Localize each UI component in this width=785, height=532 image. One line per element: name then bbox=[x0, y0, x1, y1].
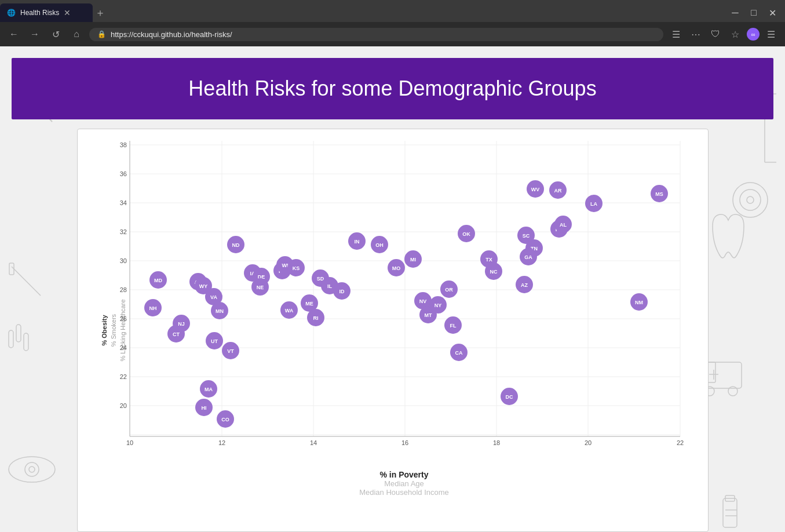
svg-text:IN: IN bbox=[354, 239, 359, 245]
navigation-bar: ← → ↺ ⌂ 🔒 https://cckuqui.github.io/heal… bbox=[0, 22, 785, 46]
svg-text:SC: SC bbox=[522, 233, 530, 239]
svg-text:MN: MN bbox=[216, 308, 224, 314]
svg-text:20: 20 bbox=[119, 402, 126, 409]
svg-text:AZ: AZ bbox=[521, 282, 528, 288]
svg-text:MO: MO bbox=[392, 265, 400, 271]
profile-avatar[interactable]: ∞ bbox=[747, 28, 760, 41]
page-content: Health Risks for some Demographic Groups… bbox=[0, 46, 785, 532]
svg-text:AR: AR bbox=[554, 188, 561, 194]
svg-text:32: 32 bbox=[119, 228, 126, 235]
x-axis-label-income: Median Household Income bbox=[112, 488, 696, 497]
svg-text:UT: UT bbox=[211, 338, 218, 344]
svg-text:WA: WA bbox=[284, 308, 293, 314]
svg-text:NM: NM bbox=[635, 300, 643, 305]
tab-favicon: 🌐 bbox=[7, 9, 16, 17]
address-bar[interactable]: 🔒 https://cckuqui.github.io/health-risks… bbox=[89, 28, 663, 41]
page-title: Health Risks for some Demographic Groups bbox=[23, 76, 762, 101]
svg-text:20: 20 bbox=[584, 439, 591, 446]
svg-text:NJ: NJ bbox=[178, 321, 185, 327]
scatter-chart-svg: 38 36 34 32 30 28 26 24 22 20 10 12 14 1… bbox=[112, 141, 698, 465]
svg-text:24: 24 bbox=[119, 344, 126, 351]
maximize-button[interactable]: □ bbox=[746, 8, 762, 19]
star-icon[interactable]: ☆ bbox=[727, 29, 743, 40]
svg-text:MI: MI bbox=[410, 257, 416, 263]
svg-text:IL: IL bbox=[327, 283, 333, 289]
svg-text:30: 30 bbox=[119, 257, 126, 264]
window-controls: ─ □ ✕ bbox=[727, 8, 785, 19]
svg-text:TX: TX bbox=[485, 257, 492, 263]
nav-right-controls: ☰ ⋯ 🛡 ☆ ∞ ☰ bbox=[668, 28, 779, 41]
chart-container: % Obesity % Smokers % Lacking Healthcare bbox=[77, 129, 709, 532]
page: Health Risks for some Demographic Groups… bbox=[0, 46, 785, 532]
svg-text:DC: DC bbox=[505, 394, 513, 400]
url-display: https://cckuqui.github.io/health-risks/ bbox=[111, 30, 232, 39]
svg-text:GA: GA bbox=[524, 254, 532, 260]
svg-text:NY: NY bbox=[434, 303, 441, 308]
shield-icon[interactable]: 🛡 bbox=[707, 29, 724, 39]
svg-text:NC: NC bbox=[490, 269, 497, 275]
svg-text:MT: MT bbox=[424, 312, 432, 318]
forward-button[interactable]: → bbox=[27, 29, 43, 39]
tab-close-button[interactable]: ✕ bbox=[64, 8, 71, 17]
back-button[interactable]: ← bbox=[6, 29, 22, 39]
x-axis-label-age: Median Age bbox=[112, 479, 696, 488]
svg-text:34: 34 bbox=[119, 199, 126, 206]
svg-text:CO: CO bbox=[221, 417, 229, 422]
svg-text:OK: OK bbox=[462, 231, 470, 237]
svg-text:RI: RI bbox=[313, 315, 318, 321]
header-banner: Health Risks for some Demographic Groups bbox=[12, 58, 773, 119]
tab-bar: 🌐 Health Risks ✕ ＋ ─ □ ✕ bbox=[0, 0, 785, 22]
svg-text:14: 14 bbox=[309, 439, 316, 446]
svg-text:22: 22 bbox=[119, 373, 126, 380]
active-tab[interactable]: 🌐 Health Risks ✕ bbox=[0, 3, 93, 22]
svg-text:26: 26 bbox=[119, 315, 126, 322]
svg-text:ND: ND bbox=[232, 242, 239, 248]
svg-text:VT: VT bbox=[227, 348, 234, 354]
svg-text:36: 36 bbox=[119, 170, 126, 177]
svg-text:ID: ID bbox=[339, 289, 345, 294]
close-window-button[interactable]: ✕ bbox=[764, 8, 780, 19]
svg-text:16: 16 bbox=[401, 439, 408, 446]
svg-text:38: 38 bbox=[119, 141, 126, 148]
svg-text:28: 28 bbox=[119, 286, 126, 293]
menu-icon[interactable]: ☰ bbox=[763, 29, 779, 40]
x-axis-title-group: % in Poverty Median Age Median Household… bbox=[112, 470, 696, 497]
svg-text:WV: WV bbox=[531, 187, 539, 192]
svg-text:WY: WY bbox=[199, 283, 207, 289]
svg-text:MA: MA bbox=[205, 387, 213, 392]
svg-text:OR: OR bbox=[445, 287, 453, 293]
lock-icon: 🔒 bbox=[97, 30, 106, 38]
svg-text:VA: VA bbox=[210, 294, 217, 300]
home-button[interactable]: ⌂ bbox=[68, 29, 85, 39]
browser-chrome: 🌐 Health Risks ✕ ＋ ─ □ ✕ ← → ↺ ⌂ 🔒 https… bbox=[0, 0, 785, 46]
svg-text:CA: CA bbox=[455, 350, 462, 356]
chart-area: 38 36 34 32 30 28 26 24 22 20 10 12 14 1… bbox=[112, 141, 696, 497]
tab-title: Health Risks bbox=[20, 9, 59, 17]
svg-text:HI: HI bbox=[201, 405, 206, 411]
svg-text:12: 12 bbox=[218, 439, 225, 446]
svg-text:LA: LA bbox=[590, 201, 597, 207]
minimize-button[interactable]: ─ bbox=[727, 8, 743, 19]
svg-text:10: 10 bbox=[126, 439, 133, 446]
refresh-button[interactable]: ↺ bbox=[48, 29, 64, 40]
svg-text:MS: MS bbox=[655, 191, 663, 197]
y-axis-label-obesity: % Obesity bbox=[100, 315, 107, 345]
svg-text:WI: WI bbox=[282, 263, 288, 268]
x-axis-label-poverty: % in Poverty bbox=[112, 470, 696, 479]
svg-text:NH: NH bbox=[149, 305, 156, 311]
svg-text:AL: AL bbox=[560, 222, 567, 228]
extensions-icon[interactable]: ⋯ bbox=[688, 29, 704, 40]
svg-text:18: 18 bbox=[492, 439, 499, 446]
svg-text:CT: CT bbox=[173, 331, 180, 337]
svg-text:MD: MD bbox=[154, 278, 162, 283]
svg-text:NE: NE bbox=[256, 285, 264, 290]
svg-text:FL: FL bbox=[450, 323, 456, 329]
svg-text:OH: OH bbox=[375, 242, 384, 248]
bookmarks-icon[interactable]: ☰ bbox=[668, 29, 684, 40]
svg-text:KS: KS bbox=[292, 265, 300, 271]
svg-text:ME: ME bbox=[305, 301, 313, 307]
svg-text:NV: NV bbox=[419, 298, 426, 304]
svg-text:22: 22 bbox=[676, 439, 683, 446]
new-tab-button[interactable]: ＋ bbox=[95, 6, 105, 20]
